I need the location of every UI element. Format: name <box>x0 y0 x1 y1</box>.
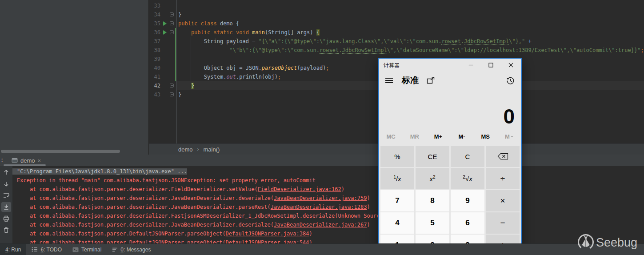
backspace-key[interactable] <box>486 146 520 167</box>
calc-key-x[interactable]: x2 <box>416 168 449 189</box>
hamburger-menu-icon[interactable] <box>385 76 393 84</box>
gutter-row: 33 <box>149 1 176 10</box>
code-token: (String[] args) <box>265 29 316 36</box>
code-token: public class <box>178 20 220 27</box>
arrow-down-icon[interactable] <box>1 179 11 189</box>
calc-key-7[interactable]: 7 <box>380 190 414 211</box>
code-token: Object obj = JSON. <box>178 65 262 71</box>
arrow-up-icon[interactable] <box>1 167 11 177</box>
run-line-icon[interactable] <box>163 30 167 35</box>
code-line[interactable]: Object obj = JSON.parseObject(payload); <box>178 64 329 72</box>
calc-key-label: CE <box>428 153 437 160</box>
memory-button-m[interactable]: M <box>497 130 521 143</box>
stacktrace-link[interactable]: JavaBeanDeserializer.java:1283 <box>271 204 367 210</box>
memory-button-mplus[interactable]: M+ <box>426 130 450 143</box>
code-line[interactable]: public class demo { <box>178 19 239 28</box>
keep-on-top-icon[interactable] <box>427 77 435 84</box>
code-line[interactable]: } <box>178 90 181 99</box>
fold-marker-icon[interactable] <box>170 30 174 34</box>
history-icon[interactable] <box>506 76 515 85</box>
statusbar-item-messages[interactable]: 0: Messages <box>107 244 156 255</box>
run-line-icon[interactable] <box>163 21 167 26</box>
stacktrace-link[interactable]: DefaultJSONParser.java:384 <box>226 231 309 237</box>
calc-key-9[interactable]: 9 <box>451 190 484 211</box>
memory-button-label: MR <box>410 133 419 140</box>
fold-marker-icon[interactable] <box>170 92 174 96</box>
code-token: } <box>178 12 181 18</box>
breadcrumb-method[interactable]: main() <box>204 146 220 153</box>
calc-key-label: − <box>500 218 505 228</box>
calc-key-label: x2 <box>429 175 435 183</box>
calc-key-8[interactable]: 8 <box>416 190 449 211</box>
calc-key-1x[interactable]: 1/x <box>380 168 414 189</box>
code-line[interactable]: public static void main(String[] args) { <box>178 28 320 37</box>
statusbar-item-todo[interactable]: 6: TODO <box>26 244 67 255</box>
calc-key-4[interactable]: 4 <box>380 212 414 234</box>
code-token: } <box>178 92 181 98</box>
code-token: ; <box>326 65 329 71</box>
code-token: "{\"a\":{\"@type\":\"java.lang.Class\",\… <box>259 38 442 44</box>
calc-key-[interactable]: − <box>486 212 520 234</box>
gutter-row: 40 <box>149 64 176 72</box>
memory-button-mc[interactable]: MC <box>379 130 403 143</box>
fold-marker-icon[interactable] <box>170 84 174 88</box>
console-line: "C:\Program Files\Java\jdk1.8.0_131\bin\… <box>17 167 187 176</box>
tab-close-icon[interactable]: × <box>38 157 41 164</box>
console-line: at com.alibaba.fastjson.parser.deseriali… <box>17 194 370 203</box>
code-line[interactable]: "\"b\":{\"@type\":\"com.sun.rowset.JdbcR… <box>178 46 644 55</box>
horizontal-scrollbar[interactable] <box>1 150 120 153</box>
fold-marker-icon[interactable] <box>170 12 174 16</box>
code-line[interactable]: String payload = "{\"a\":{\"@type\":\"ja… <box>178 37 532 46</box>
seebug-watermark: Seebug <box>576 231 639 255</box>
scroll-to-end-icon[interactable] <box>1 202 11 212</box>
code-line[interactable]: } <box>178 81 194 90</box>
calc-key-[interactable]: ÷ <box>486 168 520 189</box>
line-number: 39 <box>149 55 160 64</box>
console-line: at com.alibaba.fastjson.parser.deseriali… <box>17 203 370 211</box>
statusbar-item-label: Terminal <box>81 247 101 253</box>
code-line[interactable]: System.out.println(obj); <box>178 72 281 81</box>
calc-key-%[interactable]: % <box>380 146 414 167</box>
console-text: ) <box>367 195 370 201</box>
calculator-nav: 标准 <box>379 72 521 89</box>
calc-key-[interactable]: × <box>486 190 520 211</box>
calc-key-x[interactable]: 2√x <box>451 168 484 189</box>
gutter-row: 36 <box>149 28 176 37</box>
calculator-window[interactable]: 计算器 标准 0 <box>378 58 522 255</box>
breadcrumb-class[interactable]: demo <box>178 146 193 153</box>
clear-icon[interactable] <box>1 225 11 235</box>
memory-button-mr[interactable]: MR <box>403 130 426 143</box>
memory-button-ms[interactable]: MS <box>474 130 497 143</box>
calc-key-label: 7 <box>395 196 399 205</box>
soft-wrap-icon[interactable] <box>1 191 11 200</box>
gutter-row: 41 <box>149 72 176 81</box>
statusbar-item-terminal[interactable]: Terminal <box>67 244 107 255</box>
stacktrace-link[interactable]: FieldDeserializer.java:162 <box>258 186 341 192</box>
stacktrace-link[interactable]: JavaBeanDeserializer.java:759 <box>274 195 367 201</box>
stacktrace-link[interactable]: JavaBeanDeserializer.java:267 <box>274 222 367 228</box>
maximize-button[interactable] <box>481 59 501 72</box>
calc-key-c[interactable]: C <box>451 146 484 167</box>
console-text: at com.alibaba.fastjson.parser.deseriali… <box>17 195 274 201</box>
code-token: + <box>525 38 531 44</box>
console-text: "C:\Program Files\Java\jdk1.8.0_131\bin\… <box>17 168 187 175</box>
gutter-row: 34 <box>149 10 176 19</box>
calculator-titlebar[interactable]: 计算器 <box>379 59 521 72</box>
gutter-row: 42 <box>149 81 176 90</box>
code-line[interactable]: } <box>178 10 181 19</box>
console-output[interactable]: "C:\Program Files\Java\jdk1.8.0_131\bin\… <box>12 166 644 255</box>
calc-key-5[interactable]: 5 <box>416 212 449 234</box>
code-token: .println(obj) <box>236 74 278 80</box>
code-token: String payload = <box>178 38 259 44</box>
close-button[interactable] <box>501 59 521 72</box>
statusbar-item-run[interactable]: 4: Run <box>0 244 26 255</box>
code-token: \"}," <box>509 38 525 44</box>
calc-key-6[interactable]: 6 <box>451 212 484 234</box>
console-text: at com.alibaba.fastjson.parser.deseriali… <box>17 186 258 192</box>
memory-button-mminus[interactable]: M- <box>450 130 474 143</box>
print-icon[interactable] <box>1 214 11 223</box>
fold-marker-icon[interactable] <box>170 21 174 25</box>
minimize-button[interactable] <box>461 59 481 72</box>
code-token: JdbcRowSetImpl <box>342 47 387 54</box>
calc-key-ce[interactable]: CE <box>416 146 449 167</box>
